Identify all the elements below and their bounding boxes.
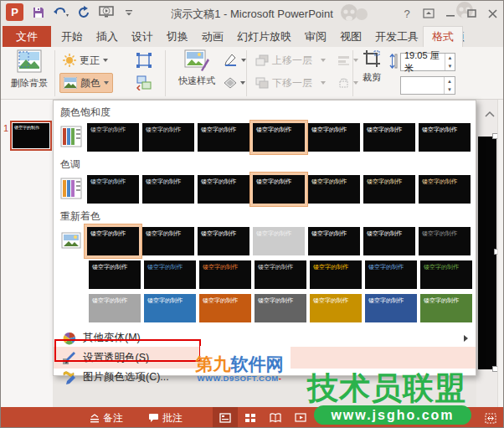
color-variant-thumbnail[interactable]: 镂空字的制作 — [419, 123, 471, 152]
start-slideshow-icon[interactable] — [99, 5, 114, 20]
color-variant-thumbnail[interactable]: 镂空字的制作 — [253, 227, 305, 255]
menu-item-more-variations[interactable]: 其他变体(M) — [54, 329, 476, 347]
color-button[interactable]: 颜色 — [59, 73, 113, 93]
color-variant-thumbnail[interactable]: 镂空字的制作 — [308, 227, 360, 255]
color-variant-thumbnail[interactable]: 镂空字的制作 — [198, 175, 249, 204]
color-variant-thumbnail[interactable]: 镂空字的制作 — [142, 175, 194, 204]
color-variant-thumbnail[interactable]: 镂空字的制作 — [420, 260, 472, 289]
recolor-thumbnails-row2: 镂空字的制作镂空字的制作镂空字的制作镂空字的制作镂空字的制作镂空字的制作镂空字的… — [89, 260, 472, 289]
tab-动画[interactable]: 动画 — [195, 26, 230, 47]
send-backward-icon — [255, 77, 269, 89]
tab-开发工具[interactable]: 开发工具 — [368, 26, 425, 47]
shape-height-icon — [387, 54, 398, 71]
color-variant-thumbnail[interactable]: 镂空字的制作 — [255, 260, 306, 289]
slide-thumbnail[interactable]: 镂空字的制作 — [10, 121, 52, 151]
sun-icon — [63, 54, 76, 67]
tab-设计[interactable]: 设计 — [125, 26, 160, 47]
shape-height-field[interactable]: 19.05 厘米 ▲▼ — [400, 53, 455, 71]
color-variant-thumbnail[interactable]: 镂空字的制作 — [310, 260, 362, 289]
color-variant-thumbnail[interactable]: 镂空字的制作 — [419, 227, 471, 255]
change-picture-icon — [136, 75, 152, 90]
crop-button[interactable]: 裁剪 — [357, 49, 386, 84]
color-variant-thumbnail[interactable]: 镂空字的制作 — [87, 175, 139, 204]
vertical-scrollbar[interactable] — [497, 100, 504, 407]
watermark-site1-name: 第九 — [196, 354, 231, 374]
tab-切换[interactable]: 切换 — [160, 26, 195, 47]
powerpoint-logo-icon[interactable]: P — [6, 3, 23, 21]
color-variant-thumbnail[interactable]: 镂空字的制作 — [308, 175, 360, 204]
tab-审阅[interactable]: 审阅 — [298, 26, 333, 47]
color-variant-thumbnail[interactable]: 镂空字的制作 — [363, 175, 415, 204]
height-stepper[interactable]: ▲▼ — [445, 54, 455, 70]
slide-editing-area — [476, 100, 504, 407]
color-variant-thumbnail[interactable]: 镂空字的制作 — [419, 175, 471, 204]
ribbon: 删除背景 更正 颜色 快速样式 — [1, 47, 504, 100]
color-variant-thumbnail[interactable]: 镂空字的制作 — [363, 227, 415, 255]
color-variant-thumbnail[interactable]: 镂空字的制作 — [198, 227, 249, 255]
collapse-ribbon-icon[interactable] — [485, 108, 495, 120]
color-variant-thumbnail[interactable]: 镂空字的制作 — [87, 227, 139, 255]
bring-forward-button[interactable]: 上移一层 — [252, 50, 329, 70]
color-variant-thumbnail[interactable]: 镂空字的制作 — [365, 260, 417, 289]
tab-format[interactable]: 格式 — [423, 26, 463, 47]
width-stepper[interactable]: ▲▼ — [444, 77, 455, 94]
compress-picture-button[interactable] — [133, 50, 155, 70]
corrections-button[interactable]: 更正 — [59, 50, 111, 70]
color-variant-thumbnail[interactable]: 镂空字的制作 — [308, 123, 360, 152]
color-variant-thumbnail[interactable]: 镂空字的制作 — [144, 294, 196, 322]
fit-slide-to-window-button[interactable] — [478, 407, 503, 428]
save-icon[interactable] — [31, 5, 46, 20]
notes-button[interactable]: 备注 — [85, 407, 128, 428]
powerpoint-window: P 演示文稿1 - Microsoft PowerPoint ? — [0, 0, 504, 428]
color-variant-thumbnail[interactable]: 镂空字的制作 — [89, 260, 141, 289]
picture-effects-button[interactable] — [220, 73, 249, 93]
slideshow-view-button[interactable] — [288, 407, 313, 428]
tab-视图[interactable]: 视图 — [333, 26, 368, 47]
help-button[interactable]: ? — [396, 5, 418, 22]
customize-qat-icon[interactable] — [121, 5, 136, 20]
quick-styles-button[interactable]: 快速样式 — [172, 49, 221, 87]
color-variant-thumbnail[interactable]: 镂空字的制作 — [144, 260, 196, 289]
color-variant-thumbnail[interactable]: 镂空字的制作 — [142, 227, 194, 255]
color-variant-thumbnail[interactable]: 镂空字的制作 — [365, 294, 417, 322]
ribbon-display-options-button[interactable] — [418, 5, 440, 22]
color-variant-thumbnail[interactable]: 镂空字的制作 — [310, 294, 362, 322]
color-variant-thumbnail[interactable]: 镂空字的制作 — [255, 294, 306, 322]
color-variant-thumbnail[interactable]: 镂空字的制作 — [199, 294, 251, 322]
color-variant-thumbnail[interactable]: 镂空字的制作 — [253, 175, 305, 204]
minimize-button[interactable] — [440, 5, 461, 22]
color-variant-thumbnail[interactable]: 镂空字的制作 — [198, 123, 249, 152]
tab-插入[interactable]: 插入 — [90, 26, 125, 47]
close-button[interactable] — [481, 5, 503, 22]
color-variant-thumbnail[interactable]: 镂空字的制作 — [420, 294, 472, 322]
tab-file[interactable]: 文件 — [3, 26, 51, 47]
redo-icon[interactable] — [76, 5, 91, 20]
color-variant-thumbnail[interactable]: 镂空字的制作 — [89, 294, 141, 322]
reading-view-button[interactable] — [263, 407, 288, 428]
undo-icon[interactable] — [54, 5, 69, 20]
tab-开始[interactable]: 开始 — [54, 26, 90, 47]
shape-width-field[interactable]: ▲▼ — [400, 76, 455, 95]
window-title: 演示文稿1 - Microsoft PowerPoint — [143, 7, 361, 22]
send-backward-button[interactable]: 下移一层 — [252, 73, 329, 93]
color-variant-thumbnail[interactable]: 镂空字的制作 — [199, 260, 251, 289]
title-bar: P 演示文稿1 - Microsoft PowerPoint ? — [1, 1, 504, 26]
comments-button[interactable]: 批注 — [143, 407, 188, 428]
picture-border-button[interactable] — [220, 50, 249, 70]
color-variant-thumbnail[interactable]: 镂空字的制作 — [87, 123, 139, 152]
recolor-options-icon — [60, 229, 82, 251]
bring-forward-icon — [255, 54, 269, 66]
maximize-button[interactable] — [460, 5, 482, 22]
change-picture-button[interactable] — [133, 73, 155, 93]
notes-icon — [90, 414, 100, 423]
slide-sorter-view-button[interactable] — [238, 407, 263, 428]
tab-幻灯片放映[interactable]: 幻灯片放映 — [230, 26, 298, 47]
remove-background-button[interactable]: 删除背景 — [8, 49, 51, 90]
color-variant-thumbnail[interactable]: 镂空字的制作 — [253, 123, 305, 152]
normal-view-button[interactable] — [213, 407, 238, 428]
crop-icon — [363, 49, 381, 68]
comment-icon — [148, 413, 159, 423]
watermark-site1: 第九软件网 WWW.D9SOFT.COM- — [189, 356, 290, 383]
color-variant-thumbnail[interactable]: 镂空字的制作 — [142, 123, 194, 152]
color-variant-thumbnail[interactable]: 镂空字的制作 — [363, 123, 415, 152]
